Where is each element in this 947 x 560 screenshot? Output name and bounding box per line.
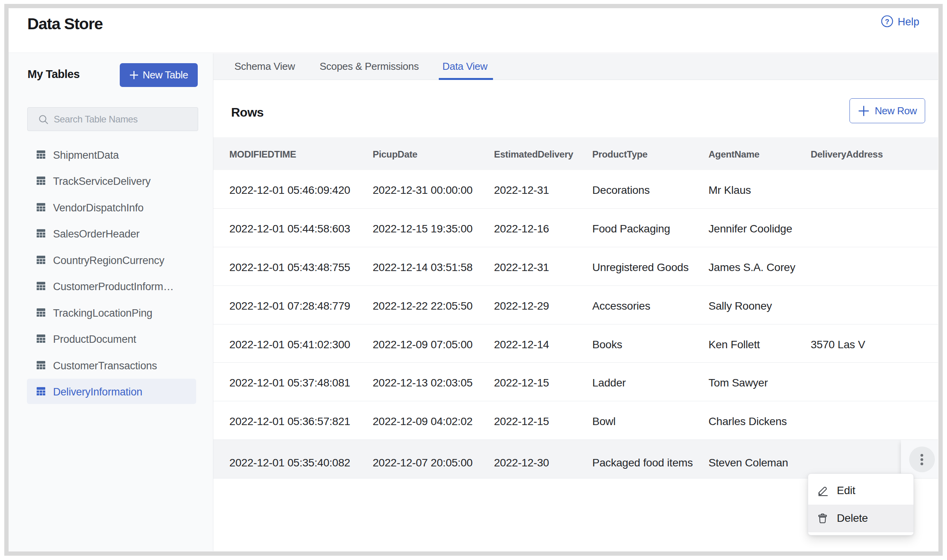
- svg-text:?: ?: [885, 18, 889, 25]
